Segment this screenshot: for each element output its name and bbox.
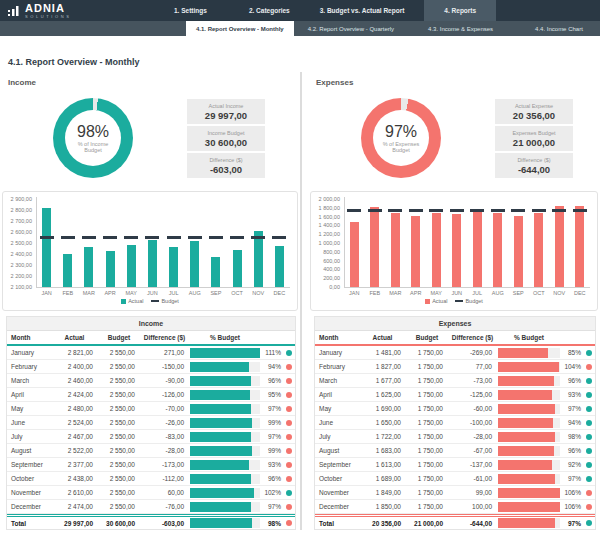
actual-bar bbox=[106, 251, 115, 287]
pct-bar-fill bbox=[498, 376, 554, 386]
y-axis-tick-label: 2 300,00 bbox=[3, 262, 32, 268]
subtab-report-overview-quarterly[interactable]: 4.2. Report Overview - Quarterly bbox=[298, 21, 404, 36]
cell-difference: -603,00 bbox=[140, 520, 189, 527]
expenses-difference-label: Difference ($) bbox=[517, 157, 550, 164]
brand-name: ADNIA bbox=[25, 3, 72, 14]
pct-bar-fill bbox=[498, 460, 552, 470]
nav-budget-vs-actual[interactable]: 3. Budget vs. Actual Report bbox=[306, 0, 419, 21]
nav-categories[interactable]: 2. Categories bbox=[235, 0, 304, 21]
pct-bar-fill bbox=[190, 474, 251, 484]
actual-bar bbox=[84, 247, 93, 287]
budget-dash-marker bbox=[552, 209, 566, 212]
cell-budget: 2 550,00 bbox=[98, 419, 140, 426]
cell-pct-label: 85% bbox=[561, 349, 583, 356]
cell-pct-bar bbox=[497, 376, 561, 386]
table-header-row: MonthActualBudgetDifference ($)% Budget bbox=[7, 331, 295, 346]
cell-pct-label: 106% bbox=[561, 503, 583, 510]
cell-difference: -26,00 bbox=[140, 419, 189, 426]
cell-pct-bar bbox=[497, 390, 561, 400]
cell-difference: -67,00 bbox=[448, 447, 497, 454]
cell-pct-label: 97% bbox=[561, 520, 583, 527]
y-axis-tick-label: 1 800,00 bbox=[311, 205, 340, 211]
nav-settings[interactable]: 1. Settings bbox=[160, 0, 221, 21]
y-axis-tick-label: 2 500,00 bbox=[3, 240, 32, 246]
x-axis-category-label: SEP bbox=[205, 290, 226, 296]
income-bar-chart: 2 900,002 800,002 700,002 600,002 500,00… bbox=[2, 191, 298, 311]
expenses-difference-card: Difference ($) -644,00 bbox=[495, 153, 573, 178]
cell-pct-bar bbox=[189, 460, 261, 470]
cell-actual: 1 481,00 bbox=[359, 349, 406, 356]
cell-actual: 2 438,00 bbox=[51, 475, 98, 482]
y-axis-tick-label: 400,00 bbox=[311, 266, 340, 272]
table-row: June1 650,001 750,00-100,0094% bbox=[315, 416, 595, 430]
actual-bar bbox=[452, 214, 461, 287]
nav-reports[interactable]: 4. Reports bbox=[424, 0, 496, 21]
income-budget-card: Income Budget 30 600,00 bbox=[187, 126, 265, 151]
cell-month: February bbox=[7, 363, 51, 370]
cell-pct-label: 98% bbox=[261, 520, 283, 527]
y-axis-tick-label: 2 100,00 bbox=[3, 284, 32, 290]
cell-status bbox=[583, 434, 595, 440]
cell-actual: 2 460,00 bbox=[51, 377, 98, 384]
pct-bar-track bbox=[190, 348, 260, 358]
actual-swatch bbox=[121, 299, 126, 304]
pct-bar-fill bbox=[498, 348, 548, 358]
subtab-income-chart[interactable]: 4.4. Income Chart bbox=[525, 21, 593, 36]
x-axis-category-label: DEC bbox=[269, 290, 290, 296]
y-axis-tick-label: 1 600,00 bbox=[311, 214, 340, 220]
cell-month: May bbox=[7, 405, 51, 412]
legend-actual: Actual bbox=[121, 298, 143, 304]
cell-month: September bbox=[315, 461, 359, 468]
pct-bar-fill bbox=[498, 418, 553, 428]
x-axis-category-label: JUL bbox=[163, 290, 184, 296]
cell-budget: 1 750,00 bbox=[406, 475, 448, 482]
cell-budget: 2 550,00 bbox=[98, 461, 140, 468]
actual-expense-value: 20 356,00 bbox=[513, 110, 555, 121]
cell-difference: -73,00 bbox=[448, 377, 497, 384]
cell-actual: 2 467,00 bbox=[51, 433, 98, 440]
cell-month: September bbox=[7, 461, 51, 468]
pct-bar-fill bbox=[190, 460, 249, 470]
dashboard-app: ADNIA SOLUTIONS 1. Settings 2. Categorie… bbox=[0, 0, 600, 542]
adnia-logo-icon bbox=[8, 5, 21, 17]
cell-budget: 1 750,00 bbox=[406, 405, 448, 412]
cell-pct-label: 106% bbox=[561, 489, 583, 496]
subtab-income-expenses[interactable]: 4.3. Income & Expenses bbox=[418, 21, 503, 36]
cell-month: December bbox=[7, 503, 51, 510]
cell-status bbox=[583, 490, 595, 496]
income-donut-caption: % of Income Budget bbox=[73, 141, 113, 153]
actual-bar bbox=[169, 247, 178, 287]
cell-pct-label: 99% bbox=[261, 419, 283, 426]
subtab-report-overview-monthly[interactable]: 4.1. Report Overview - Monthly bbox=[186, 21, 294, 36]
table-row: March2 460,002 550,00-90,0096% bbox=[7, 374, 295, 388]
cell-actual: 1 683,00 bbox=[359, 447, 406, 454]
cell-month: November bbox=[315, 489, 359, 496]
table-row: January2 821,002 550,00271,00111% bbox=[7, 346, 295, 360]
cell-month: January bbox=[7, 349, 51, 356]
income-donut-percent: 98% bbox=[77, 123, 109, 140]
budget-dash-marker bbox=[209, 236, 223, 239]
col-header-budget: Budget bbox=[406, 334, 448, 341]
pct-bar-track bbox=[498, 376, 560, 386]
table-total-row: Total29 997,0030 600,00-603,0098% bbox=[7, 514, 295, 529]
actual-bar bbox=[148, 240, 157, 287]
main-nav: 1. Settings 2. Categories 3. Budget vs. … bbox=[150, 0, 600, 21]
cell-budget: 2 550,00 bbox=[98, 377, 140, 384]
table-row: March1 677,001 750,00-73,0096% bbox=[315, 374, 595, 388]
pct-bar-fill bbox=[190, 502, 251, 512]
status-dot bbox=[286, 434, 292, 440]
cell-pct-bar bbox=[189, 446, 261, 456]
cell-status bbox=[583, 462, 595, 468]
cell-status bbox=[583, 448, 595, 454]
pct-bar-fill bbox=[190, 518, 252, 528]
expenses-difference-value: -644,00 bbox=[518, 164, 550, 175]
table-title: Expenses bbox=[315, 317, 595, 331]
col-header-month: Month bbox=[7, 334, 51, 341]
pct-bar-track bbox=[190, 488, 260, 498]
pct-bar-fill bbox=[498, 502, 560, 512]
status-dot bbox=[586, 490, 592, 496]
cell-pct-label: 96% bbox=[561, 447, 583, 454]
income-difference-card: Difference ($) -603,00 bbox=[187, 153, 265, 178]
cell-status bbox=[283, 462, 295, 468]
pct-bar-track bbox=[190, 418, 260, 428]
